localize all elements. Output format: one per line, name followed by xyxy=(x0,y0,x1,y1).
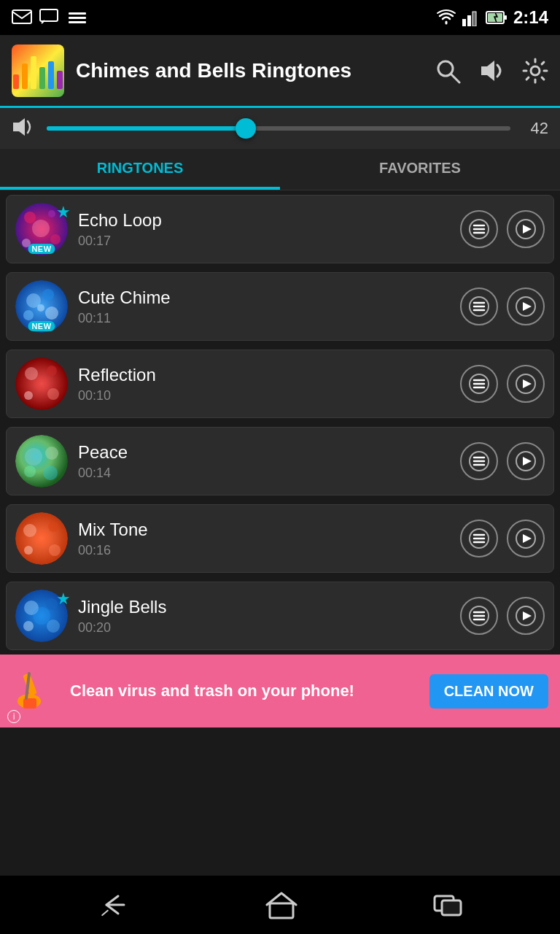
tab-favorites[interactable]: FAVORITES xyxy=(280,149,560,190)
ringtone-duration: 00:16 xyxy=(78,543,450,558)
app-logo xyxy=(12,45,64,97)
ringtone-name: Cute Chime xyxy=(78,287,450,308)
volume-bar: 42 xyxy=(0,108,560,149)
play-icon xyxy=(516,296,536,317)
volume-slider[interactable] xyxy=(47,126,510,131)
ringtone-duration: 00:14 xyxy=(78,466,450,481)
back-button[interactable] xyxy=(96,890,131,919)
svg-point-46 xyxy=(34,377,49,391)
svg-rect-95 xyxy=(442,900,461,915)
svg-point-56 xyxy=(43,466,58,480)
svg-point-54 xyxy=(25,448,42,466)
ad-broom-icon xyxy=(12,668,58,714)
svg-rect-6 xyxy=(467,15,471,26)
list-item[interactable]: Mix Tone 00:16 xyxy=(6,504,554,573)
reflection-thumb xyxy=(15,358,68,410)
ringtone-name: Peace xyxy=(78,442,450,463)
volume-low-icon xyxy=(12,115,35,142)
recents-icon xyxy=(432,890,464,919)
clean-now-button[interactable]: CLEAN NOW xyxy=(429,674,548,709)
ad-info-icon[interactable]: i xyxy=(7,710,20,723)
svg-point-53 xyxy=(15,435,68,487)
play-button[interactable] xyxy=(507,442,545,480)
thumb-container xyxy=(15,358,68,410)
svg-point-68 xyxy=(24,546,33,555)
item-actions xyxy=(460,520,545,557)
settings-icon xyxy=(522,58,548,84)
thumb-container: ★ NEW xyxy=(15,203,68,255)
play-button[interactable] xyxy=(507,210,545,248)
ringtone-name: Echo Loop xyxy=(78,210,450,231)
svg-point-34 xyxy=(37,304,44,312)
message-icon xyxy=(12,9,32,26)
tabs: RINGTONES FAVORITES xyxy=(0,149,560,190)
svg-rect-1 xyxy=(40,9,58,21)
menu-icon xyxy=(67,9,88,26)
menu-button[interactable] xyxy=(460,520,498,557)
recents-button[interactable] xyxy=(432,890,464,919)
signal-icon xyxy=(462,9,480,26)
slider-thumb[interactable] xyxy=(236,118,256,139)
ringtone-info: Jingle Bells 00:20 xyxy=(78,597,450,636)
settings-button[interactable] xyxy=(522,58,548,84)
home-button[interactable] xyxy=(265,890,298,919)
tab-ringtones[interactable]: RINGTONES xyxy=(0,149,280,190)
svg-point-44 xyxy=(47,388,59,400)
svg-rect-90 xyxy=(23,698,36,709)
search-button[interactable] xyxy=(435,58,461,84)
new-badge: NEW xyxy=(28,244,55,254)
menu-lines-icon xyxy=(469,451,489,471)
item-actions xyxy=(460,597,545,635)
list-item[interactable]: ★ NEW Echo Loop 00:17 xyxy=(6,195,554,263)
ad-text: Clean virus and trash on your phone! xyxy=(70,681,418,702)
ringtone-list: ★ NEW Echo Loop 00:17 xyxy=(0,190,560,876)
menu-button[interactable] xyxy=(460,597,498,635)
svg-point-81 xyxy=(33,607,50,625)
menu-button[interactable] xyxy=(460,365,498,403)
ringtone-duration: 00:20 xyxy=(78,620,450,636)
svg-point-79 xyxy=(47,620,60,633)
header-actions xyxy=(435,58,548,84)
play-button[interactable] xyxy=(507,365,545,403)
volume-button[interactable] xyxy=(478,58,505,84)
svg-rect-93 xyxy=(270,903,293,918)
ad-banner[interactable]: i Clean virus and trash on your phone! C… xyxy=(0,655,560,727)
menu-button[interactable] xyxy=(460,210,498,248)
svg-marker-14 xyxy=(481,61,494,81)
new-badge: NEW xyxy=(28,321,55,331)
svg-point-55 xyxy=(45,447,58,460)
menu-button[interactable] xyxy=(460,442,498,480)
svg-rect-0 xyxy=(12,10,31,23)
chat-icon xyxy=(39,9,60,26)
svg-marker-16 xyxy=(13,118,25,136)
menu-lines-icon xyxy=(469,296,489,317)
play-button[interactable] xyxy=(507,520,545,557)
list-item[interactable]: ★ Jingle Bells 00:20 xyxy=(6,582,554,650)
menu-button[interactable] xyxy=(460,287,498,325)
star-badge: ★ xyxy=(56,590,71,609)
svg-rect-11 xyxy=(505,15,507,20)
status-icons: 2:14 xyxy=(436,7,548,28)
list-item[interactable]: Reflection 00:10 xyxy=(6,350,554,418)
svg-marker-63 xyxy=(523,457,532,466)
play-button[interactable] xyxy=(507,597,545,635)
ringtone-info: Echo Loop 00:17 xyxy=(78,210,450,249)
volume-value: 42 xyxy=(522,119,548,138)
thumb-container: NEW xyxy=(15,280,68,333)
svg-point-15 xyxy=(531,66,540,75)
ringtone-duration: 00:17 xyxy=(78,234,450,249)
play-button[interactable] xyxy=(507,287,545,325)
play-icon xyxy=(516,374,536,394)
volume-icon xyxy=(478,58,505,84)
svg-point-80 xyxy=(23,621,34,631)
list-item[interactable]: NEW Cute Chime 00:11 xyxy=(6,272,554,341)
svg-point-31 xyxy=(42,289,54,301)
svg-point-45 xyxy=(24,391,33,400)
list-item[interactable]: Peace 00:14 xyxy=(6,427,554,495)
star-badge: ★ xyxy=(56,203,71,222)
app-title: Chimes and Bells Ringtones xyxy=(76,58,435,83)
menu-lines-icon xyxy=(469,219,489,239)
svg-point-42 xyxy=(25,367,38,380)
ringtone-info: Peace 00:14 xyxy=(78,442,450,481)
svg-marker-28 xyxy=(523,225,532,234)
